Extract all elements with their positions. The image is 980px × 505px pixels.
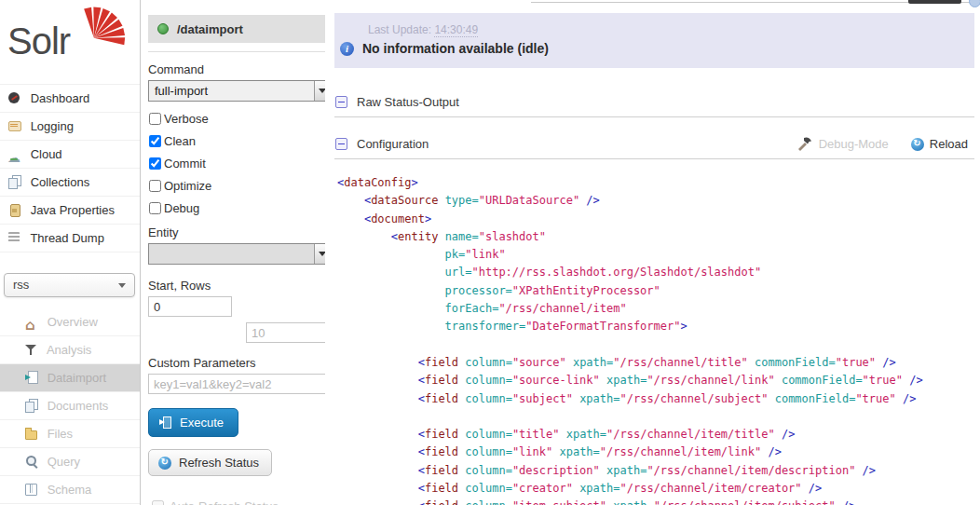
core-menu: Overview Analysis Dataimport Documents F…	[0, 308, 140, 504]
core-menu-item-dataimport[interactable]: Dataimport	[0, 364, 140, 392]
code-line: <field column="description" xpath="/rss/…	[337, 462, 980, 480]
java-properties-icon	[7, 203, 22, 216]
configuration-section-header[interactable]: Configuration Debug-Mode Reload	[334, 130, 974, 159]
thread-dump-icon	[7, 231, 22, 244]
checkbox[interactable]	[149, 180, 161, 192]
schema-icon	[24, 483, 39, 496]
checkbox-row-clean: Clean	[148, 133, 332, 148]
solr-logo-rays-icon	[80, 2, 129, 47]
core-selector[interactable]: rss	[4, 273, 135, 297]
solr-logo-text: Solr	[7, 20, 70, 62]
code-line: processor="XPathEntityProcessor"	[337, 282, 980, 300]
code-line	[337, 336, 980, 354]
entity-select[interactable]	[148, 243, 332, 265]
debug-mode-button[interactable]: Debug-Mode	[797, 137, 889, 151]
checkbox-row-debug: Debug	[148, 200, 332, 215]
code-line: <field column="source" xpath="/rss/chann…	[337, 354, 980, 372]
query-icon	[24, 455, 39, 468]
core-selector-value: rss	[13, 278, 29, 292]
sidebar-item-thread-dump[interactable]: Thread Dump	[0, 225, 140, 252]
collapse-icon[interactable]	[335, 138, 347, 150]
command-select[interactable]: full-import	[148, 80, 332, 102]
sidebar-item-dashboard[interactable]: Dashboard	[0, 85, 140, 113]
solr-admin-page: Solr Dashboard Logging Cloud Collections…	[0, 0, 980, 505]
divider	[148, 51, 332, 52]
code-line: <dataSource type="URLDataSource" />	[337, 192, 980, 210]
handler-title: /dataimport	[177, 22, 243, 36]
code-line: transformer="DateFormatTransformer">	[337, 318, 980, 335]
execute-button[interactable]: Execute	[148, 408, 238, 437]
entity-label: Entity	[148, 225, 332, 239]
raw-status-output-section-header[interactable]: Raw Status-Output	[334, 88, 974, 117]
checkbox[interactable]	[149, 202, 161, 214]
code-line: <field column="source-link" xpath="/rss/…	[337, 372, 980, 389]
info-icon	[340, 42, 354, 56]
code-line: url="http://rss.slashdot.org/Slashdot/sl…	[337, 264, 980, 281]
core-menu-item-schema[interactable]: Schema	[0, 476, 140, 504]
code-line: <dataConfig>	[337, 174, 980, 192]
sidebar-item-collections[interactable]: Collections	[0, 169, 140, 197]
auto-refresh-checkbox[interactable]	[152, 500, 164, 505]
core-menu-item-analysis[interactable]: Analysis	[0, 336, 140, 364]
refresh-status-button[interactable]: Refresh Status	[148, 449, 272, 476]
config-code: <dataConfig> <dataSource type="URLDataSo…	[337, 174, 980, 505]
last-update-time: 14:30:49	[434, 23, 478, 37]
code-line	[337, 408, 980, 426]
command-options: Verbose Clean Commit Optimize Debug	[148, 111, 332, 215]
core-menu-item-documents[interactable]: Documents	[0, 392, 140, 420]
code-line: <field column="title" xpath="/rss/channe…	[337, 426, 980, 444]
checkbox[interactable]	[149, 135, 161, 147]
command-select-value: full-import	[155, 84, 208, 98]
sidebar-item-java-properties[interactable]: Java Properties	[0, 197, 140, 225]
rows-input[interactable]	[246, 322, 332, 343]
command-label: Command	[148, 62, 332, 76]
debug-mode-label: Debug-Mode	[819, 137, 889, 151]
custom-parameters-label: Custom Parameters	[148, 356, 332, 370]
code-line: pk="link"	[337, 246, 980, 264]
checkbox[interactable]	[149, 157, 161, 170]
overview-icon	[24, 315, 39, 328]
screen-edge-artifact-bar	[908, 0, 961, 4]
auto-refresh-row: Auto-Refresh Status	[148, 499, 332, 505]
start-rows-label: Start, Rows	[148, 279, 332, 293]
checkbox-row-commit: Commit	[148, 156, 332, 171]
code-line: <field column="creator" xpath="/rss/chan…	[337, 480, 980, 498]
documents-icon	[24, 399, 39, 412]
import-icon	[159, 416, 171, 429]
execute-button-label: Execute	[180, 416, 224, 430]
raw-status-output-title: Raw Status-Output	[357, 95, 459, 109]
collapse-icon[interactable]	[335, 96, 347, 108]
main-menu: Dashboard Logging Cloud Collections Java…	[0, 84, 140, 252]
dataimport-form-panel: /dataimport Command full-import Verbose …	[141, 0, 340, 505]
core-menu-item-files[interactable]: Files	[0, 420, 140, 448]
start-input[interactable]	[148, 296, 232, 317]
hammer-icon	[797, 137, 813, 151]
last-update-label: Last Update:	[368, 23, 431, 36]
core-menu-item-overview[interactable]: Overview	[0, 308, 140, 336]
checkbox[interactable]	[149, 113, 161, 125]
sidebar-item-cloud[interactable]: Cloud	[0, 141, 140, 169]
code-line: <field column="subject" xpath="/rss/chan…	[337, 390, 980, 408]
reload-button[interactable]: Reload	[911, 137, 968, 151]
status-banner: Last Update: 14:30:49 No information ava…	[334, 13, 974, 68]
code-line: forEach="/rss/channel/item"	[337, 300, 980, 318]
refresh-status-label: Refresh Status	[179, 456, 259, 470]
logging-icon	[7, 119, 22, 132]
auto-refresh-label: Auto-Refresh Status	[170, 499, 279, 505]
dashboard-icon	[7, 91, 22, 104]
cloud-icon	[7, 147, 22, 160]
core-menu-item-query[interactable]: Query	[0, 448, 140, 476]
last-update: Last Update: 14:30:49	[368, 23, 974, 36]
reload-label: Reload	[930, 137, 968, 151]
status-message: No information available (idle)	[362, 41, 549, 56]
custom-parameters-input[interactable]	[148, 374, 332, 394]
code-line: <entity name="slashdot"	[337, 228, 980, 246]
code-line: <document>	[337, 211, 980, 228]
status-dot-icon	[157, 23, 169, 34]
files-icon	[24, 427, 39, 440]
solr-logo[interactable]: Solr	[0, 0, 140, 84]
checkbox-row-optimize: Optimize	[148, 178, 332, 193]
sidebar-item-logging[interactable]: Logging	[0, 113, 140, 141]
refresh-icon	[158, 457, 171, 470]
main-content: Last Update: 14:30:49 No information ava…	[325, 0, 980, 505]
